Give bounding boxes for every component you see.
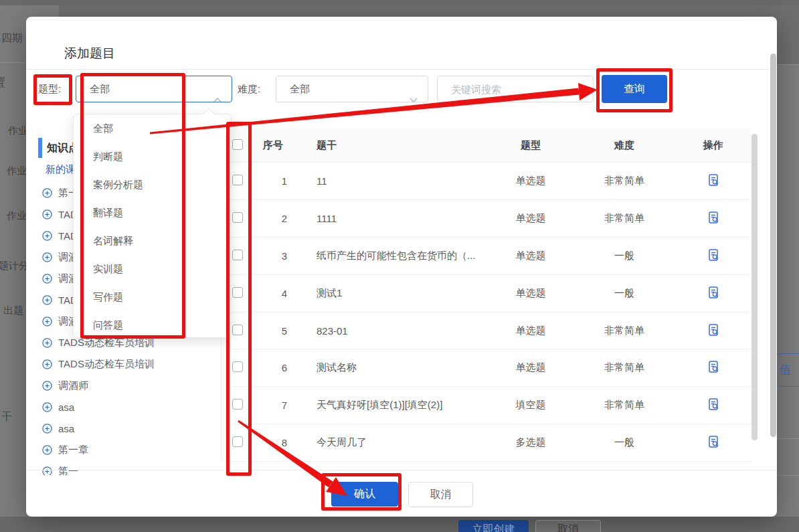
tree-header-bar bbox=[38, 138, 42, 158]
column-header-type: 题型 bbox=[487, 139, 574, 152]
table-scrollbar[interactable] bbox=[751, 134, 758, 440]
preview-question-icon[interactable] bbox=[707, 323, 720, 339]
cell-no: 3 bbox=[258, 250, 311, 262]
dropdown-option[interactable]: 实训题 bbox=[74, 255, 231, 283]
keyword-search-input[interactable] bbox=[437, 76, 594, 102]
tree-node[interactable]: 调酒师 bbox=[38, 375, 222, 396]
row-checkbox[interactable] bbox=[232, 436, 243, 447]
cancel-button[interactable]: 取消 bbox=[408, 482, 473, 507]
modal-title: 添加题目 bbox=[64, 45, 115, 62]
tree-node[interactable]: 第一章 bbox=[38, 439, 222, 460]
table-row: 4 测试1 单选题 一般 bbox=[228, 275, 751, 313]
dropdown-option[interactable]: 翻译题 bbox=[74, 199, 231, 227]
tree-node-label: 第一章 bbox=[58, 444, 88, 456]
tree-node[interactable]: TADS动态检车员培训 bbox=[38, 353, 222, 375]
cell-no: 6 bbox=[258, 362, 311, 373]
column-header-stem: 题干 bbox=[311, 139, 487, 152]
plus-circle-icon bbox=[42, 338, 52, 348]
table-row: 2 1111 单选题 非常简单 bbox=[228, 200, 751, 238]
preview-question-icon[interactable] bbox=[707, 435, 720, 450]
dropdown-option[interactable]: 案例分析题 bbox=[74, 171, 231, 199]
cell-type: 单选题 bbox=[487, 212, 574, 225]
plus-circle-icon bbox=[42, 466, 52, 476]
modal-scrollbar[interactable] bbox=[770, 54, 776, 437]
bg-cancel-button: 取消 bbox=[535, 520, 601, 532]
row-checkbox[interactable] bbox=[232, 250, 243, 260]
dropdown-option[interactable]: 全部 bbox=[74, 114, 231, 143]
column-header-difficulty: 难度 bbox=[574, 139, 675, 152]
cell-difficulty: 非常简单 bbox=[574, 361, 675, 374]
preview-question-icon[interactable] bbox=[707, 173, 720, 189]
cell-type: 单选题 bbox=[487, 175, 574, 187]
dropdown-option[interactable]: 写作题 bbox=[74, 283, 231, 311]
tree-node[interactable]: asa bbox=[38, 418, 222, 439]
cell-stem: 1111 bbox=[311, 213, 487, 224]
row-checkbox[interactable] bbox=[232, 399, 243, 410]
preview-question-icon[interactable] bbox=[707, 248, 720, 264]
bg-sidebar-item: 作业 bbox=[7, 209, 27, 222]
close-icon[interactable]: ✕ bbox=[774, 43, 794, 64]
dropdown-option[interactable]: 问答题 bbox=[74, 311, 231, 339]
type-select[interactable]: 全部 bbox=[76, 76, 232, 102]
tree-course-link[interactable]: 新的课 bbox=[46, 163, 76, 176]
row-checkbox[interactable] bbox=[232, 361, 243, 372]
row-checkbox[interactable] bbox=[232, 212, 243, 223]
difficulty-select-value: 全部 bbox=[290, 83, 310, 94]
plus-circle-icon bbox=[42, 317, 52, 327]
cell-difficulty: 非常简单 bbox=[574, 399, 675, 412]
table-row: 3 纸币产生的可能性包含在货币的（... 单选题 一般 bbox=[228, 238, 751, 275]
bg-sidebar-item: 作业 bbox=[7, 165, 27, 177]
cell-difficulty: 非常简单 bbox=[574, 175, 675, 187]
plus-circle-icon bbox=[42, 295, 52, 305]
page: 第四期 置 作业 作业 作业 题计分 出题 干 值 立即创建 取消 添加题目 ✕… bbox=[0, 0, 799, 532]
plus-circle-icon bbox=[42, 402, 52, 412]
table-row: 7 天气真好呀[填空(1)][填空(2)] 填空题 非常简单 bbox=[228, 387, 751, 424]
cell-type: 单选题 bbox=[487, 325, 574, 337]
type-select-value: 全部 bbox=[90, 83, 110, 94]
bg-sidebar-item: 出题 bbox=[3, 304, 23, 317]
add-question-modal: 添加题目 ✕ 题型: 全部 难度: 全部 查询 知识点 新的课 bbox=[26, 17, 777, 517]
row-checkbox[interactable] bbox=[232, 287, 243, 298]
preview-question-icon[interactable] bbox=[707, 211, 720, 226]
footer-divider bbox=[26, 470, 777, 470]
plus-circle-icon bbox=[42, 274, 52, 284]
select-all-checkbox[interactable] bbox=[232, 139, 243, 150]
tree-node[interactable]: 第一 bbox=[38, 460, 222, 475]
preview-question-icon[interactable] bbox=[707, 397, 720, 413]
cell-difficulty: 非常简单 bbox=[574, 212, 675, 225]
cell-type: 单选题 bbox=[487, 287, 574, 300]
column-header-no: 序号 bbox=[258, 139, 311, 152]
cell-no: 2 bbox=[258, 213, 311, 224]
type-filter-label: 题型: bbox=[38, 83, 61, 96]
tree-node-label: TADS动态检车员培训 bbox=[58, 358, 155, 371]
difficulty-select[interactable]: 全部 bbox=[276, 76, 428, 102]
preview-question-icon[interactable] bbox=[707, 286, 720, 301]
plus-circle-icon bbox=[42, 209, 52, 219]
cell-difficulty: 非常简单 bbox=[574, 325, 675, 337]
difficulty-filter-label: 难度: bbox=[238, 83, 260, 96]
dropdown-option[interactable]: 名词解释 bbox=[74, 227, 231, 255]
plus-circle-icon bbox=[42, 359, 52, 369]
plus-circle-icon bbox=[42, 424, 52, 434]
preview-question-icon[interactable] bbox=[707, 360, 720, 375]
bg-sidebar-item: 作业 bbox=[8, 124, 28, 137]
chevron-up-icon bbox=[213, 87, 222, 112]
query-button[interactable]: 查询 bbox=[602, 75, 667, 103]
cell-stem: 纸币产生的可能性包含在货币的（... bbox=[311, 250, 487, 262]
tree-node-label: asa bbox=[58, 402, 74, 413]
cell-stem: 天气真好呀[填空(1)][填空(2)] bbox=[311, 399, 487, 412]
table-row: 1 11 单选题 非常简单 bbox=[228, 163, 751, 200]
dropdown-option[interactable]: 判断题 bbox=[74, 143, 231, 171]
table-row: 8 今天周几了 多选题 一般 bbox=[228, 424, 751, 462]
row-checkbox[interactable] bbox=[232, 175, 243, 185]
row-checkbox[interactable] bbox=[232, 325, 243, 335]
cell-type: 填空题 bbox=[487, 399, 574, 412]
plus-circle-icon bbox=[42, 381, 52, 391]
header-divider bbox=[26, 69, 777, 70]
bg-divider bbox=[777, 475, 799, 476]
confirm-button[interactable]: 确认 bbox=[331, 482, 398, 507]
cell-stem: 测试1 bbox=[311, 287, 487, 300]
bg-partial-char: 置 bbox=[0, 75, 5, 90]
cell-no: 8 bbox=[258, 437, 311, 448]
tree-node[interactable]: asa bbox=[38, 396, 222, 418]
